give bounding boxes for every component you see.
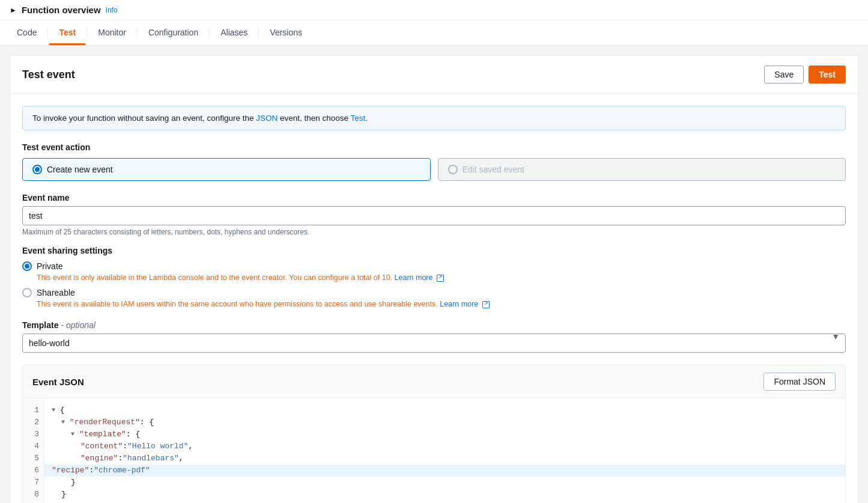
- edit-saved-event-label: Edit saved event: [463, 165, 525, 174]
- shareable-learn-more-link[interactable]: Learn more: [440, 300, 489, 308]
- private-desc-text: This event is only available in the Lamb…: [37, 273, 395, 282]
- card-header: Test event Save Test: [10, 56, 858, 94]
- external-link-icon-private: [437, 275, 444, 282]
- event-sharing-section: Event sharing settings Private This even…: [22, 246, 846, 308]
- shareable-option: Shareable This event is available to IAM…: [22, 288, 846, 308]
- tab-configuration[interactable]: Configuration: [139, 20, 208, 45]
- template-optional: - optional: [61, 320, 96, 330]
- edit-saved-event-radio: [448, 165, 458, 174]
- line-num-4: 4: [28, 441, 39, 453]
- test-button[interactable]: Test: [809, 66, 846, 84]
- test-event-card: Test event Save Test To invoke your func…: [10, 55, 858, 503]
- info-text-banner: To invoke your function without saving a…: [22, 106, 846, 130]
- json-header: Event JSON Format JSON: [23, 365, 845, 398]
- radio-options: Create new event Edit saved event: [22, 158, 846, 181]
- line-num-5: 5: [28, 453, 39, 465]
- tab-separator-1: [47, 27, 48, 39]
- private-description: This event is only available in the Lamb…: [37, 273, 846, 282]
- format-json-button[interactable]: Format JSON: [763, 373, 836, 391]
- collapse-icon-3[interactable]: ▼: [71, 428, 74, 441]
- edit-saved-event-option[interactable]: Edit saved event: [438, 158, 846, 181]
- private-label: Private: [37, 261, 63, 271]
- line-num-6: 6: [28, 465, 39, 477]
- tab-separator-4: [209, 27, 210, 39]
- template-label: Template - optional: [22, 320, 846, 330]
- json-body: 1 2 3 4 5 6 7 8 9 ▼ {: [23, 398, 845, 503]
- shareable-radio: [22, 288, 32, 297]
- line-numbers: 1 2 3 4 5 6 7 8 9: [23, 398, 44, 503]
- info-text-content: To invoke your function without saving a…: [32, 114, 368, 123]
- card-body: To invoke your function without saving a…: [10, 94, 858, 503]
- code-line-2: ▼ "renderRequest": {: [52, 416, 838, 428]
- test-event-action-label: Test event action: [22, 142, 846, 152]
- tab-separator-5: [258, 27, 259, 39]
- event-name-hint: Maximum of 25 characters consisting of l…: [22, 228, 846, 236]
- collapse-icon-1[interactable]: ▼: [52, 404, 55, 416]
- info-badge[interactable]: Info: [106, 6, 118, 14]
- event-sharing-title: Event sharing settings: [22, 246, 846, 255]
- save-button[interactable]: Save: [764, 66, 804, 84]
- function-overview-bar: ► Function overview Info: [0, 0, 868, 20]
- event-json-section: Event JSON Format JSON 1 2 3 4 5 6 7 8 9: [22, 365, 846, 503]
- shareable-label: Shareable: [37, 288, 75, 297]
- json-link[interactable]: JSON: [256, 114, 278, 123]
- code-line-8: }: [52, 489, 838, 501]
- tab-monitor[interactable]: Monitor: [88, 20, 136, 45]
- tab-versions[interactable]: Versions: [260, 20, 312, 45]
- shareable-description: This event is available to IAM users wit…: [37, 300, 846, 308]
- create-new-event-radio: [32, 165, 42, 174]
- shareable-desc-text: This event is available to IAM users wit…: [37, 300, 440, 308]
- tabs-bar: Code Test Monitor Configuration Aliases …: [0, 20, 868, 46]
- tab-code[interactable]: Code: [7, 20, 46, 45]
- header-buttons: Save Test: [764, 66, 846, 84]
- test-link[interactable]: Test: [351, 114, 366, 123]
- code-line-1: ▼ {: [52, 404, 838, 416]
- code-line-7: }: [52, 477, 838, 489]
- event-name-input[interactable]: [22, 206, 846, 225]
- code-line-9: }: [52, 501, 838, 503]
- event-name-label: Event name: [22, 193, 846, 203]
- test-event-title: Test event: [22, 69, 75, 81]
- collapse-icon[interactable]: ►: [10, 6, 17, 14]
- tab-aliases[interactable]: Aliases: [211, 20, 257, 45]
- code-line-3: ▼ "template": {: [52, 428, 838, 441]
- external-link-icon-shareable: [482, 301, 490, 308]
- event-json-title: Event JSON: [32, 377, 84, 387]
- line-num-8: 8: [28, 489, 39, 501]
- private-learn-more-link[interactable]: Learn more: [395, 273, 444, 282]
- collapse-icon-2[interactable]: ▼: [61, 416, 65, 428]
- shareable-radio-row[interactable]: Shareable: [22, 288, 846, 297]
- code-line-5: "engine": "handlebars",: [52, 453, 838, 465]
- line-num-7: 7: [28, 477, 39, 489]
- tab-separator-2: [86, 27, 87, 39]
- main-content: Test event Save Test To invoke your func…: [0, 46, 868, 503]
- line-num-1: 1: [28, 404, 39, 416]
- code-area[interactable]: ▼ { ▼ "renderRequest": { ▼ "template": {…: [44, 398, 845, 503]
- private-radio-row[interactable]: Private: [22, 261, 846, 271]
- function-overview-title: Function overview: [22, 5, 101, 15]
- private-radio: [22, 261, 32, 271]
- template-select[interactable]: hello-world sns sqs api-gateway-aws-prox…: [22, 334, 846, 353]
- line-num-9: 9: [28, 501, 39, 503]
- create-new-event-label: Create new event: [47, 165, 113, 174]
- code-line-4: "content": "Hello world",: [52, 441, 838, 453]
- create-new-event-option[interactable]: Create new event: [22, 158, 431, 181]
- tab-test[interactable]: Test: [49, 20, 85, 45]
- private-option: Private This event is only available in …: [22, 261, 846, 282]
- template-field: Template - optional hello-world sns sqs …: [22, 320, 846, 353]
- line-num-3: 3: [28, 428, 39, 441]
- line-num-2: 2: [28, 416, 39, 428]
- code-line-6: "recipe": "chrome-pdf": [44, 465, 845, 477]
- event-name-field: Event name Maximum of 25 characters cons…: [22, 193, 846, 236]
- tab-separator-3: [137, 27, 138, 39]
